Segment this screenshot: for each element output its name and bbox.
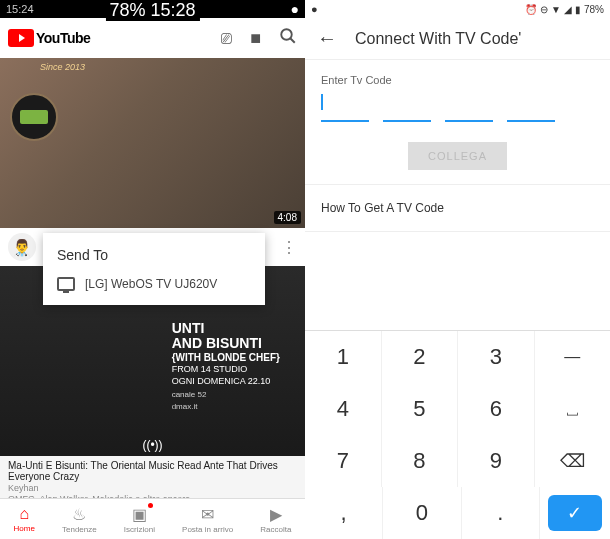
trending-icon: ♨ [72, 505, 86, 524]
key-dot[interactable]: . [462, 487, 540, 539]
send-to-dialog: Send To [LG] WebOS TV UJ620V [43, 233, 265, 305]
nav-library[interactable]: ▶ Raccolta [260, 505, 291, 534]
key-comma[interactable]: , [305, 487, 383, 539]
nav-inbox[interactable]: ✉ Posta in arrivo [182, 505, 233, 534]
code-input-1[interactable] [321, 98, 369, 122]
numeric-keypad: 1 2 3 — 4 5 6 ⎵ 7 8 9 ⌫ , 0 . ✓ [305, 330, 610, 539]
howto-link[interactable]: How To Get A TV Code [305, 184, 610, 232]
code-input-4[interactable] [507, 98, 555, 122]
key-0[interactable]: 0 [383, 487, 461, 539]
nav-subscriptions[interactable]: ▣ Iscrizioni [124, 505, 155, 534]
status-bar-right: ● ⏰ ⊖ ▼ ◢ ▮ 78% [305, 0, 610, 18]
svg-line-1 [290, 38, 295, 43]
video-meta-2a: Keyhan [8, 483, 297, 493]
channel-avatar: 👨‍⚕️ [8, 233, 36, 261]
key-7[interactable]: 7 [305, 435, 382, 487]
battery-pct: 78% [584, 4, 604, 15]
casting-icon: ((•)) [142, 438, 162, 452]
text-cursor [321, 94, 323, 110]
since-badge: Since 2013 [40, 62, 85, 72]
clock-time: 15:24 [6, 3, 34, 15]
wifi-icon: ▼ [551, 4, 561, 15]
key-3[interactable]: 3 [458, 331, 535, 383]
home-icon: ⌂ [19, 505, 29, 523]
key-5[interactable]: 5 [382, 383, 459, 435]
nav-trending[interactable]: ♨ Tendenze [62, 505, 97, 534]
key-8[interactable]: 8 [382, 435, 459, 487]
enter-code-label: Enter Tv Code [321, 74, 594, 86]
youtube-logo-text: YouTube [36, 30, 90, 46]
video-duration: 4:08 [274, 211, 301, 224]
video-title-2: Ma-Unti E Bisunti: The Oriental Music Re… [8, 460, 297, 482]
key-1[interactable]: 1 [305, 331, 382, 383]
youtube-header: YouTube ⎚ ■ [0, 18, 305, 58]
device-name: [LG] WebOS TV UJ620V [85, 277, 217, 291]
key-2[interactable]: 2 [382, 331, 459, 383]
cast-device-item[interactable]: [LG] WebOS TV UJ620V [57, 277, 251, 291]
messenger-icon: ● [291, 1, 299, 17]
svg-point-0 [281, 29, 292, 40]
channel-badge [10, 93, 58, 141]
back-arrow-icon[interactable]: ← [317, 27, 337, 50]
key-6[interactable]: 6 [458, 383, 535, 435]
notification-dot [148, 503, 153, 508]
tv-icon [57, 277, 75, 291]
more-icon[interactable]: ⋮ [281, 238, 297, 257]
battery-icon: ▮ [575, 4, 581, 15]
code-input-3[interactable] [445, 98, 493, 122]
dnd-icon: ⊖ [540, 4, 548, 15]
nav-home[interactable]: ⌂ Home [14, 505, 35, 533]
video-info-row-2[interactable]: Ma-Unti E Bisunti: The Oriental Music Re… [0, 456, 305, 498]
camera-icon[interactable]: ■ [250, 28, 261, 49]
alarm-icon: ⏰ [525, 4, 537, 15]
bottom-navigation: ⌂ Home ♨ Tendenze ▣ Iscrizioni ✉ Posta i… [0, 498, 305, 539]
youtube-logo[interactable]: YouTube [8, 29, 90, 47]
connect-button[interactable]: COLLEGA [408, 142, 507, 170]
code-input-group [321, 98, 594, 122]
library-icon: ▶ [270, 505, 282, 524]
subs-icon: ▣ [132, 505, 147, 524]
youtube-play-icon [8, 29, 34, 47]
cast-icon[interactable]: ⎚ [221, 28, 232, 49]
key-backspace[interactable]: ⌫ [535, 435, 611, 487]
messenger-icon: ● [311, 3, 318, 15]
status-icons: ⏰ ⊖ ▼ ◢ ▮ 78% [525, 4, 604, 15]
key-dash[interactable]: — [535, 331, 611, 383]
center-status-time: 78% 15:28 [105, 0, 199, 21]
page-title: Connect With TV Code' [355, 30, 521, 48]
search-icon[interactable] [279, 27, 297, 50]
key-9[interactable]: 9 [458, 435, 535, 487]
signal-icon: ◢ [564, 4, 572, 15]
dialog-title: Send To [57, 247, 251, 263]
code-input-2[interactable] [383, 98, 431, 122]
key-4[interactable]: 4 [305, 383, 382, 435]
mail-icon: ✉ [201, 505, 214, 524]
video-overlay-text: UNTI AND BISUNTI {WITH BLONDE CHEF} FROM… [172, 321, 280, 412]
video-thumbnail-1[interactable]: Since 2013 4:08 [0, 58, 305, 228]
key-space[interactable]: ⎵ [535, 383, 611, 435]
connect-header: ← Connect With TV Code' [305, 18, 610, 60]
key-done[interactable]: ✓ [548, 495, 602, 531]
